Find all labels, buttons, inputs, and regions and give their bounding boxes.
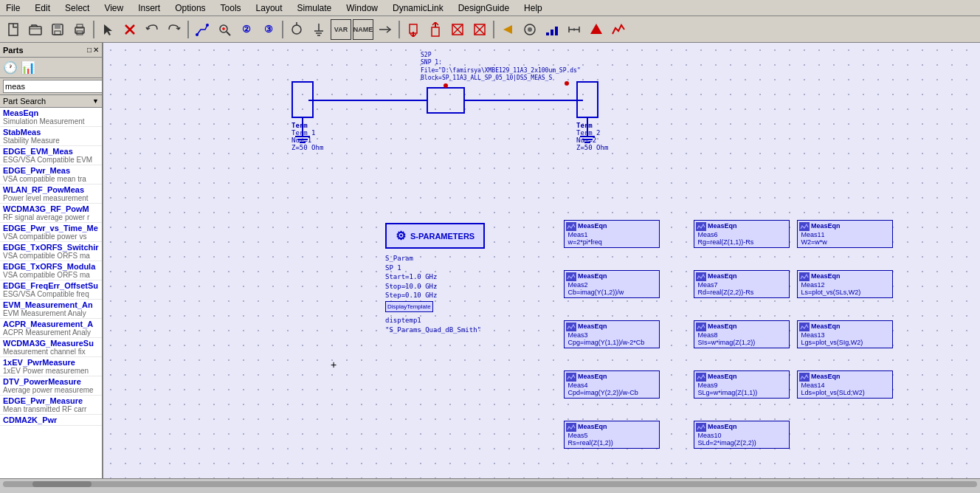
svg-rect-36 [546,32,549,35]
list-item[interactable]: EDGE_TxORFS_SwitchirVSA compatible ORFS … [0,242,102,261]
sep5 [493,21,494,38]
sep1 [93,21,94,38]
list-item[interactable]: EVM_Measurement_AnEVM Measurement Analy [0,300,102,319]
meas-equation-box: MeasEqn Meas1 w=2*pi*freq [564,220,660,248]
left-panel: Parts □ ✕ 🕐 📊 ✕ ▼ Part Search ▼ MeasEqnS… [0,43,103,478]
copy-up-button[interactable] [425,19,446,40]
arrow-button[interactable] [375,19,396,40]
counter2-button[interactable]: ③ [258,19,279,40]
gnd-button[interactable] [308,19,329,40]
menu-options[interactable]: Options [172,1,208,15]
panel-controls: □ ✕ [87,46,99,54]
meas-equation-box: MeasEqn Meas13 Lgs=plot_vs(SIg,W2) [797,320,893,348]
sep4 [398,21,400,38]
tune-chart-button[interactable] [542,19,562,40]
schematic-area[interactable]: S2P SNP 1: File="D:\famirsya\XMBE129_11A… [103,43,980,478]
save-button[interactable] [47,19,68,40]
list-item[interactable]: WCDMA3G_MeasureSuMeasurement channel fix [0,338,102,357]
paste-down-button[interactable] [403,19,424,40]
panel-close-button[interactable]: ✕ [93,46,99,54]
list-item[interactable]: ACPR_Measurement_AACPR Measurement Analy [0,319,102,338]
list-item[interactable]: MeasEqnSimulation Measurement [0,108,102,127]
menu-designguide[interactable]: DesignGuide [455,1,512,15]
redo-button[interactable] [164,19,184,40]
list-item[interactable]: EDGE_EVM_MeasESG/VSA Compatible EVM [0,146,102,165]
menu-tools[interactable]: Tools [218,1,244,15]
meas-equation-box: MeasEqn Meas14 Lds=plot_vs(SLd;W2) [797,370,893,399]
list-item[interactable]: EDGE_FreqErr_OffsetSuESG/VSA Compatible … [0,280,102,300]
menu-simulate[interactable]: Simulate [294,1,335,15]
x-btn2[interactable] [469,19,490,40]
menu-view[interactable]: View [101,1,126,15]
sp-icon: ⚙ [396,229,406,243]
port-button[interactable] [286,19,307,40]
menu-help[interactable]: Help [521,1,545,15]
list-item[interactable]: WLAN_RF_PowMeasPower level measurement [0,185,102,204]
meas-equation-box: MeasEqn Meas2 Cb=imag(Y(1,2))/w [564,270,660,298]
chart-icon[interactable]: 📊 [21,61,35,75]
part-search-dropdown[interactable]: Part Search ▼ [0,95,102,108]
menu-insert[interactable]: Insert [135,1,163,15]
meas-equation-box: MeasEqn Meas12 Ls=plot_vs(SLs,W2) [797,270,893,298]
x-btn1[interactable] [447,19,468,40]
list-item[interactable]: EDGE_Pwr_MeasVSA compatible mean tra [0,165,102,185]
search-input[interactable] [3,80,103,93]
print-button[interactable] [69,19,90,40]
name-button[interactable]: NAME [353,19,373,40]
menu-select[interactable]: Select [62,1,92,15]
disp-block: DisplayTemplate [385,301,433,312]
menu-dynamiclink[interactable]: DynamicLink [390,1,446,15]
cross-cursor-icon: + [331,359,337,370]
wire-left-h [308,100,427,101]
panel-header: Parts □ ✕ [0,43,102,58]
open-button[interactable] [25,19,46,40]
h-scrollbar[interactable] [0,478,980,489]
svg-point-16 [292,25,301,34]
tune-knob-button[interactable] [520,19,540,40]
menu-layout[interactable]: Layout [253,1,286,15]
clock-icon[interactable]: 🕐 [3,61,18,75]
tune-rule-button[interactable] [564,19,584,40]
undo-button[interactable] [142,19,162,40]
delete-button[interactable] [120,19,140,40]
var-button[interactable]: VAR [331,19,351,40]
tune-graph-button[interactable] [608,19,629,40]
dropdown-arrow-icon: ▼ [92,97,99,105]
snp-junction-dot [444,83,448,88]
tune-arrow-button[interactable] [586,19,607,40]
list-item[interactable]: DTV_PowerMeasureAverage power measureme [0,376,102,396]
pointer-button[interactable] [97,19,118,40]
new-button[interactable] [3,19,24,40]
svg-rect-3 [55,24,61,29]
term1-box [291,81,314,118]
meas-equation-box: MeasEqn Meas10 SLd=2*imag(Z(2,2)) [694,421,790,449]
menu-file[interactable]: File [3,1,23,15]
list-item[interactable]: EDGE_Pwr_vs_Time_MeVSA compatible power … [0,223,102,242]
term1-gnd2 [297,139,308,140]
list-item[interactable]: EDGE_Pwr_MeasureMean transmitted RF carr [0,396,102,415]
scroll-thumb[interactable] [32,481,92,487]
panel-float-button[interactable]: □ [87,46,92,54]
meas-equation-box: MeasEqn Meas3 Cpg=imag(Y(1,1))/w-2*Cb [564,320,660,348]
list-item[interactable]: 1xEV_PwrMeasure1xEV Power measuremen [0,357,102,376]
wire-button[interactable] [192,19,213,40]
menu-window[interactable]: Window [343,1,381,15]
term2-gnd1 [580,136,595,137]
zoom-button[interactable] [214,19,235,40]
sp-params: S_Param SP 1 Start=1.0 GHz Stop=10.0 GHz… [385,254,437,300]
meas-equation-box: MeasEqn Meas6 Rg=real(Z(1,1))-Rs [694,220,790,248]
list-item[interactable]: WCDMA3G_RF_PowMRF signal average power r [0,204,102,223]
list-item[interactable]: StabMeasStability Measure [0,127,102,146]
menu-edit[interactable]: Edit [32,1,53,15]
term1-gnd3 [300,142,306,143]
svg-point-11 [206,24,209,27]
tune-left-button[interactable] [497,19,518,40]
term1-gnd1 [295,136,310,137]
list-item[interactable]: EDGE_TxORFS_ModulaVSA compatible ORFS ma [0,261,102,280]
counter1-button[interactable]: ② [236,19,257,40]
snp-label: S2P SNP 1: File="D:\famirsya\XMBE129_11A… [421,52,581,83]
list-item[interactable]: CDMA2K_Pwr [0,415,102,426]
snp-box [427,87,465,114]
disp-params: disptemp1 "S_Params_Quad_dB_Smith" [385,316,481,334]
menu-bar: File Edit Select View Insert Options Too… [0,0,980,16]
